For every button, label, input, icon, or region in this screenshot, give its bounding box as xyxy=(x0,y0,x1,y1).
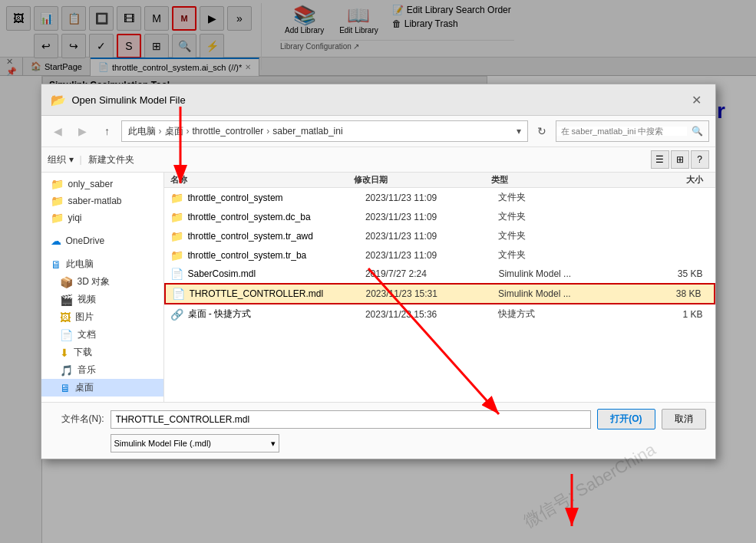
file-type-1: 文件夹 xyxy=(498,210,632,223)
nav-refresh-button[interactable]: ↻ xyxy=(531,120,553,142)
nav-up-button[interactable]: ↑ xyxy=(97,120,118,142)
folder-3d-label: 3D 对象 xyxy=(78,275,111,288)
footer-filename-input[interactable] xyxy=(111,410,592,429)
view-details-button[interactable]: ☰ xyxy=(651,150,669,169)
footer-type-row: Simulink Model File (.mdl) ▾ xyxy=(51,434,706,452)
folder-desktop[interactable]: 🖥 桌面 xyxy=(41,379,163,397)
file-date-0: 2023/11/23 11:09 xyxy=(365,193,499,203)
file-size-6: 1 KB xyxy=(632,309,709,320)
nav-back-button[interactable]: ◀ xyxy=(48,120,69,142)
folder-docs[interactable]: 📄 文档 xyxy=(41,326,163,344)
folder-only-saber[interactable]: 📁 only_saber xyxy=(41,176,163,193)
dialog-toolbar: 组织 ▾ | 新建文件夹 ☰ ⊞ ? xyxy=(41,147,715,173)
file-row-2[interactable]: 📁 throttle_control_system.tr_awd 2023/11… xyxy=(164,226,715,245)
breadcrumb-saber[interactable]: saber_matlab_ini xyxy=(272,126,342,137)
folder-saber-matlab[interactable]: 📁 saber-matlab xyxy=(41,193,163,209)
folder-pc[interactable]: 🖥 此电脑 xyxy=(41,255,163,273)
file-name-1: throttle_control_system.dc_ba xyxy=(188,212,365,222)
view-grid-button[interactable]: ⊞ xyxy=(671,150,689,169)
dialog-body: 📁 only_saber 📁 saber-matlab 📁 yiqi ☁ One… xyxy=(41,173,715,402)
folder-onedrive-label: OneDrive xyxy=(66,235,105,246)
folder-music-icon: 🎵 xyxy=(60,364,73,377)
search-box: 🔍 xyxy=(556,120,709,142)
dialog-close-button[interactable]: ✕ xyxy=(688,90,706,109)
file-row-1[interactable]: 📁 throttle_control_system.dc_ba 2023/11/… xyxy=(164,207,715,226)
folder-downloads[interactable]: ⬇ 下载 xyxy=(41,344,163,361)
folder-only-saber-label: only_saber xyxy=(68,179,114,189)
file-row-6[interactable]: 🔗 桌面 - 快捷方式 2023/11/23 15:36 快捷方式 1 KB xyxy=(164,304,715,324)
header-size[interactable]: 大小 xyxy=(629,174,709,186)
folder-onedrive[interactable]: ☁ OneDrive xyxy=(41,232,163,249)
file-date-4: 2019/7/27 2:24 xyxy=(365,268,499,279)
file-type-4: Simulink Model ... xyxy=(498,268,632,279)
file-type-6: 快捷方式 xyxy=(498,308,632,321)
type-dropdown-icon: ▾ xyxy=(271,439,276,449)
new-folder-label: 新建文件夹 xyxy=(88,153,134,166)
dialog-title-text: Open Simulink Model File xyxy=(72,94,186,106)
file-icon-4: 📄 xyxy=(170,268,183,280)
folder-pictures-label: 图片 xyxy=(75,311,94,324)
file-icon-2: 📁 xyxy=(170,230,183,242)
open-button[interactable]: 打开(O) xyxy=(597,409,655,429)
file-type-3: 文件夹 xyxy=(498,248,632,262)
folder-yiqi-label: yiqi xyxy=(68,212,82,223)
breadcrumb-pc[interactable]: 此电脑 xyxy=(128,125,156,138)
folder-docs-icon: 📄 xyxy=(60,329,73,341)
organize-button[interactable]: 组织 ▾ xyxy=(48,153,74,166)
file-icon-6: 🔗 xyxy=(170,308,183,321)
header-name[interactable]: 名称 xyxy=(170,174,354,186)
folder-saber-matlab-label: saber-matlab xyxy=(68,196,122,206)
folder-music[interactable]: 🎵 音乐 xyxy=(41,361,163,379)
new-folder-button[interactable]: 新建文件夹 xyxy=(88,153,134,166)
file-row-4[interactable]: 📄 SaberCosim.mdl 2019/7/27 2:24 Simulink… xyxy=(164,265,715,283)
folder-desktop-icon: 🖥 xyxy=(60,382,71,394)
file-date-6: 2023/11/23 15:36 xyxy=(365,309,499,320)
folder-onedrive-icon: ☁ xyxy=(51,235,61,247)
dialog-overlay: 📂 Open Simulink Model File ✕ ◀ ▶ ↑ 此电脑 ›… xyxy=(0,0,756,543)
file-name-2: throttle_control_system.tr_awd xyxy=(188,231,365,242)
folder-only-saber-icon: 📁 xyxy=(51,178,64,190)
file-icon-3: 📁 xyxy=(170,249,183,262)
file-size-4: 35 KB xyxy=(632,268,709,279)
file-row-3[interactable]: 📁 throttle_control_system.tr_ba 2023/11/… xyxy=(164,245,715,265)
folder-pictures[interactable]: 🖼 图片 xyxy=(41,308,163,326)
header-date[interactable]: 修改日期 xyxy=(354,174,491,186)
file-row-5[interactable]: 📄 THROTTLE_CONTROLLER.mdl 2023/11/23 15:… xyxy=(164,283,715,304)
nav-forward-button[interactable]: ▶ xyxy=(72,120,94,142)
file-icon-1: 📁 xyxy=(170,211,183,223)
folder-yiqi[interactable]: 📁 yiqi xyxy=(41,209,163,226)
breadcrumb-desktop[interactable]: 桌面 xyxy=(165,125,183,138)
folder-pictures-icon: 🖼 xyxy=(60,311,71,324)
breadcrumb-bar: 此电脑 › 桌面 › throttle_controller › saber_m… xyxy=(121,120,528,142)
file-icon-0: 📁 xyxy=(170,192,183,204)
footer-type-value: Simulink Model File (.mdl) xyxy=(114,439,212,448)
dialog-title-icon: 📂 xyxy=(51,93,66,107)
folder-docs-label: 文档 xyxy=(78,328,96,341)
folder-video[interactable]: 🎬 视频 xyxy=(41,291,163,308)
dialog-title: 📂 Open Simulink Model File xyxy=(51,93,186,107)
file-list: 📁 throttle_control_system 2023/11/23 11:… xyxy=(164,188,715,402)
breadcrumb-controller[interactable]: throttle_controller xyxy=(193,126,264,137)
folder-saber-matlab-icon: 📁 xyxy=(51,195,64,207)
folder-pc-icon: 🖥 xyxy=(51,258,61,271)
search-icon: 🔍 xyxy=(687,120,708,142)
folder-3d[interactable]: 📦 3D 对象 xyxy=(41,273,163,291)
footer-type-select[interactable]: Simulink Model File (.mdl) ▾ xyxy=(111,434,279,452)
folder-desktop-label: 桌面 xyxy=(75,381,94,394)
organize-dropdown-icon: ▾ xyxy=(69,154,74,165)
search-input[interactable] xyxy=(556,127,687,136)
dialog-titlebar: 📂 Open Simulink Model File ✕ xyxy=(41,84,715,116)
cancel-button[interactable]: 取消 xyxy=(662,409,706,429)
view-icons: ☰ ⊞ ? xyxy=(651,150,709,169)
folder-video-icon: 🎬 xyxy=(60,294,73,306)
file-date-1: 2023/11/23 11:09 xyxy=(365,212,499,222)
folder-video-label: 视频 xyxy=(78,293,96,306)
file-date-3: 2023/11/23 11:09 xyxy=(365,250,499,261)
folder-downloads-icon: ⬇ xyxy=(60,347,69,359)
view-help-button[interactable]: ? xyxy=(691,150,709,169)
header-type[interactable]: 类型 xyxy=(491,174,629,186)
folder-downloads-label: 下载 xyxy=(74,346,92,359)
file-row-0[interactable]: 📁 throttle_control_system 2023/11/23 11:… xyxy=(164,188,715,207)
dialog-footer: 文件名(N): 打开(O) 取消 Simulink Model File (.m… xyxy=(41,402,715,459)
breadcrumb-dropdown[interactable]: ▾ xyxy=(517,126,521,137)
